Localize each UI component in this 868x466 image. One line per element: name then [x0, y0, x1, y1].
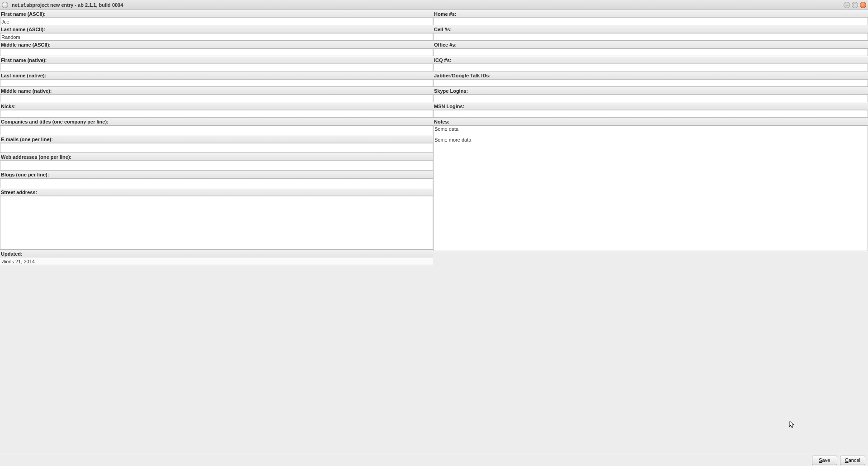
right-column: Home #s: Cell #s: Office #s: ICQ #s: Jab… — [433, 10, 868, 454]
notes-input[interactable] — [433, 125, 868, 251]
icq-input[interactable] — [433, 64, 868, 71]
titlebar: net.sf.abproject new entry - ab 2.1.1, b… — [0, 0, 868, 10]
office-label: Office #s: — [433, 41, 868, 48]
minimize-icon[interactable]: – — [844, 2, 850, 8]
save-mnemonic: S — [819, 457, 822, 463]
cancel-rest: ancel — [849, 457, 860, 463]
first-name-native-input[interactable] — [0, 64, 433, 71]
middle-name-ascii-input[interactable] — [0, 48, 433, 56]
skype-input[interactable] — [433, 95, 868, 102]
home-input[interactable] — [433, 18, 868, 25]
cell-input[interactable] — [433, 33, 868, 41]
last-name-ascii-label: Last name (ASCII): — [0, 25, 433, 33]
save-button[interactable]: Save — [812, 456, 837, 465]
middle-name-native-input[interactable] — [0, 95, 433, 102]
last-name-native-label: Last name (native): — [0, 71, 433, 79]
emails-input[interactable] — [0, 143, 433, 153]
left-column: First name (ASCII): Last name (ASCII): M… — [0, 10, 433, 454]
cancel-button[interactable]: Cancel — [840, 456, 865, 465]
first-name-ascii-input[interactable] — [0, 18, 433, 25]
app-icon — [2, 2, 8, 8]
cell-label: Cell #s: — [433, 25, 868, 33]
middle-name-ascii-label: Middle name (ASCII): — [0, 41, 433, 48]
maximize-icon[interactable]: □ — [852, 2, 858, 8]
blogs-input[interactable] — [0, 178, 433, 188]
emails-label: E-mails (one per line): — [0, 135, 433, 143]
window-title: net.sf.abproject new entry - ab 2.1.1, b… — [12, 2, 123, 8]
last-name-native-input[interactable] — [0, 79, 433, 87]
nicks-input[interactable] — [0, 110, 433, 118]
cancel-mnemonic: C — [845, 457, 849, 463]
webs-input[interactable] — [0, 161, 433, 171]
updated-value — [0, 257, 433, 265]
empty-area — [433, 251, 868, 454]
form-content: First name (ASCII): Last name (ASCII): M… — [0, 10, 868, 454]
jabber-input[interactable] — [433, 79, 868, 87]
first-name-ascii-label: First name (ASCII): — [0, 10, 433, 18]
last-name-ascii-input[interactable] — [0, 33, 433, 41]
webs-label: Web addresses (one per line): — [0, 153, 433, 161]
companies-label: Companies and titles (one company per li… — [0, 118, 433, 125]
skype-label: Skype Logins: — [433, 87, 868, 95]
home-label: Home #s: — [433, 10, 868, 18]
close-icon[interactable] — [860, 2, 866, 8]
msn-label: MSN Logins: — [433, 102, 868, 110]
first-name-native-label: First name (native): — [0, 56, 433, 64]
street-input[interactable] — [0, 196, 433, 250]
office-input[interactable] — [433, 48, 868, 56]
middle-name-native-label: Middle name (native): — [0, 87, 433, 95]
save-rest: ave — [822, 457, 830, 463]
street-label: Street address: — [0, 188, 433, 196]
msn-input[interactable] — [433, 110, 868, 118]
jabber-label: Jabber/Google Talk IDs: — [433, 71, 868, 79]
companies-input[interactable] — [0, 125, 433, 135]
blogs-label: Blogs (one per line): — [0, 171, 433, 178]
updated-label: Updated: — [0, 250, 433, 257]
button-bar: Save Cancel — [0, 454, 868, 466]
notes-label: Notes: — [433, 118, 868, 125]
icq-label: ICQ #s: — [433, 56, 868, 64]
nicks-label: Nicks: — [0, 102, 433, 110]
